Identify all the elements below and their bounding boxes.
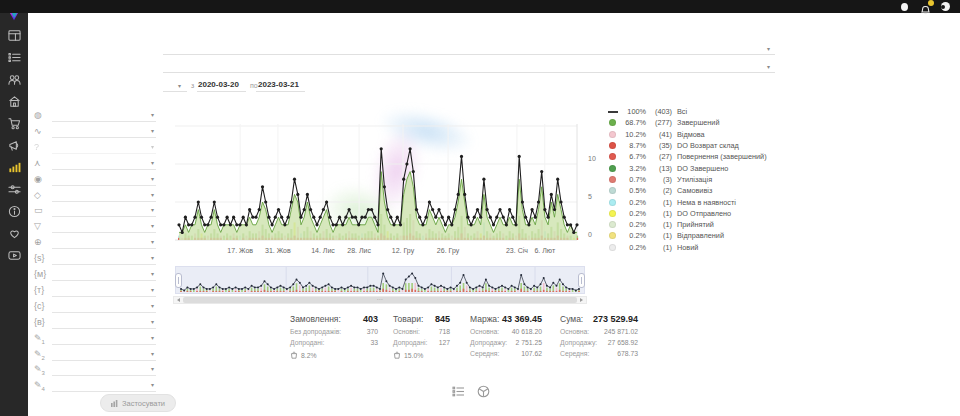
filter-row-var-m: {м}▾ — [32, 268, 158, 283]
chevron-down-icon[interactable]: ▾ — [178, 82, 181, 89]
profile-icon[interactable] — [901, 3, 908, 11]
list-view-icon[interactable] — [452, 384, 465, 397]
sidebar-item-partners[interactable] — [0, 224, 28, 246]
date-from-field[interactable]: 2020-03-20 — [198, 80, 239, 89]
filter-select-trend[interactable]: ▾ — [52, 125, 156, 138]
stat-col-goods: Товари:845Основні:718Допродані:12715.0% — [393, 314, 450, 361]
upsell-badge: 15.0% — [393, 350, 450, 361]
dot-swatch-icon — [609, 221, 616, 228]
legend-label: DO Завершено — [677, 164, 728, 173]
legend-item-4[interactable]: 6.7%(27)Повернення (завершений) — [606, 151, 767, 162]
legend-item-2[interactable]: 10.2%(41)Відмова — [606, 129, 767, 140]
products-view-icon[interactable] — [477, 384, 490, 397]
stat-sub-value: 33 — [370, 339, 378, 350]
legend-swatch — [606, 221, 619, 228]
sidebar-item-store[interactable] — [0, 92, 28, 114]
filter-select-fingerprint[interactable]: ▾ — [52, 173, 156, 186]
filter-select-funnel[interactable]: ▾ — [52, 220, 156, 233]
stat-title-label: Товари: — [393, 314, 423, 324]
chart-scrollbar[interactable]: ⋯ — [173, 296, 587, 304]
dot-swatch-icon — [609, 199, 616, 206]
legend-item-8[interactable]: 0.2%(1)Нема в наявності — [606, 196, 767, 207]
main-chart[interactable] — [175, 100, 585, 250]
chevron-down-icon[interactable]: ▾ — [767, 63, 770, 70]
filter-row-custom-1: ✎1▾ — [32, 332, 158, 347]
legend-item-7[interactable]: 0.5%(2)Самовивіз — [606, 185, 767, 196]
var-t-icon: {т} — [34, 285, 44, 296]
filter-select-planet[interactable]: ▾ — [52, 109, 156, 122]
sidebar-item-video[interactable] — [0, 246, 28, 268]
filter-row-help-disabled: ?▾ — [32, 141, 158, 156]
chevron-down-icon[interactable]: ▾ — [767, 45, 770, 52]
apply-button[interactable]: Застосувати — [100, 394, 176, 412]
legend-swatch — [606, 131, 619, 138]
filter-select-hierarchy[interactable]: ▾ — [52, 157, 156, 170]
legend-item-5[interactable]: 3.2%(13)DO Завершено — [606, 162, 767, 173]
sidebar-item-orders[interactable] — [0, 48, 28, 70]
legend-item-0[interactable]: 100%(403)Всі — [606, 106, 767, 117]
chevron-down-icon: ▾ — [151, 254, 154, 261]
sidebar-item-cart[interactable] — [0, 114, 28, 136]
legend-item-3[interactable]: 8.7%(35)DO Возврат склад — [606, 140, 767, 151]
filter-select-var-s[interactable]: ▾ — [52, 252, 156, 265]
sidebar-item-info[interactable] — [0, 202, 28, 224]
minimap-left-handle[interactable] — [175, 273, 182, 288]
legend-item-1[interactable]: 68.7%(277)Завершений — [606, 117, 767, 128]
stat-sub-row: Допродані:127 — [393, 339, 450, 350]
sidebar-item-analytics[interactable] — [0, 158, 28, 180]
bag-icon — [393, 351, 401, 360]
dot-swatch-icon — [609, 153, 616, 160]
scroll-left-arrow[interactable] — [175, 297, 183, 303]
date-to-field[interactable]: 2023-03-21 — [258, 80, 299, 89]
filter-row-package: ◇▾ — [32, 189, 158, 204]
custom-3-icon: ✎3 — [34, 364, 45, 379]
chevron-down-icon: ▾ — [151, 159, 154, 166]
upsell-percent: 15.0% — [404, 352, 423, 359]
minimap-right-handle[interactable] — [578, 273, 585, 288]
filter-select-var-v[interactable]: ▾ — [52, 316, 156, 329]
sidebar-item-integrations[interactable] — [0, 180, 28, 202]
legend-item-12[interactable]: 0.2%(1)Новий — [606, 242, 767, 253]
filter-row-custom-2: ✎2▾ — [32, 348, 158, 363]
sidebar-item-dashboard[interactable] — [0, 26, 28, 48]
stat-sub-value: 107.62 — [521, 350, 542, 361]
filter-select-package[interactable]: ▾ — [52, 189, 156, 202]
stat-title: Маржа:43 369.45 — [470, 314, 542, 328]
notification-badge — [928, 0, 934, 6]
legend-item-10[interactable]: 0.2%(1)Прийнятий — [606, 219, 767, 230]
filter-select-var-c[interactable]: ▾ — [52, 300, 156, 313]
video-icon — [8, 248, 21, 266]
dot-swatch-icon — [609, 142, 616, 149]
chevron-down-icon: ▾ — [151, 175, 154, 182]
avatar-icon[interactable] — [941, 2, 950, 11]
scrollbar-thumb[interactable]: ⋯ — [183, 297, 577, 303]
stat-sub-value: 370 — [367, 328, 378, 339]
chevron-down-icon: ▾ — [151, 191, 154, 198]
sidebar-item-customers[interactable] — [0, 70, 28, 92]
legend-item-6[interactable]: 0.7%(3)Утилізація — [606, 174, 767, 185]
stat-sub-label: Основна: — [470, 328, 499, 339]
stat-sub-row: Без допродажів:370 — [290, 328, 378, 339]
filter-select-custom-4[interactable]: ▾ — [52, 379, 156, 392]
filter-select-var-t[interactable]: ▾ — [52, 284, 156, 297]
dot-swatch-icon — [609, 232, 616, 239]
chart-minimap[interactable] — [175, 266, 585, 294]
legend-count: (3) — [646, 175, 672, 184]
scroll-right-arrow[interactable] — [577, 297, 585, 303]
legend-item-9[interactable]: 0.2%(1)DO Отправлено — [606, 208, 767, 219]
legend-item-11[interactable]: 0.2%(1)Відправлений — [606, 230, 767, 241]
filter-select-help-disabled[interactable]: ▾ — [52, 141, 156, 154]
filter-select-custom-2[interactable]: ▾ — [52, 348, 156, 361]
legend-label: DO Возврат склад — [677, 141, 739, 150]
filter-select-custom-1[interactable]: ▾ — [52, 332, 156, 345]
trend-icon: ∿ — [34, 126, 42, 137]
filter-select-custom-3[interactable]: ▾ — [52, 363, 156, 376]
chevron-down-icon: ▾ — [151, 270, 154, 277]
chevron-down-icon: ▾ — [151, 318, 154, 325]
filter-row-planet: ◍▾ — [32, 109, 158, 124]
filter-select-globe[interactable]: ▾ — [52, 236, 156, 249]
sidebar-item-marketing[interactable] — [0, 136, 28, 158]
filter-select-var-m[interactable]: ▾ — [52, 268, 156, 281]
legend-count: (403) — [646, 107, 672, 116]
filter-select-payment[interactable]: ▾ — [52, 204, 156, 217]
